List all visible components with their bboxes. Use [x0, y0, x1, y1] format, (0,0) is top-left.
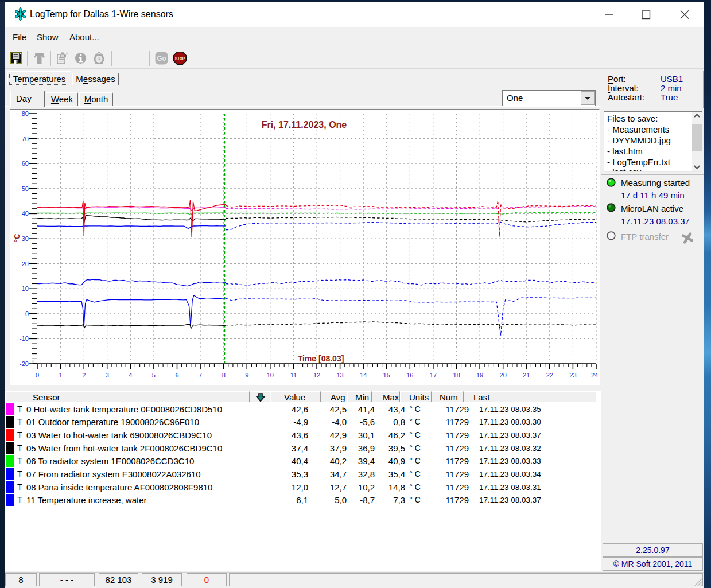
svg-text:19: 19 [476, 372, 483, 379]
svg-text:0: 0 [36, 372, 39, 379]
svg-text:22: 22 [546, 372, 553, 379]
svg-text:1: 1 [59, 372, 63, 379]
svg-text:60: 60 [22, 160, 29, 167]
svg-text:40: 40 [22, 210, 29, 217]
svg-text:8: 8 [222, 372, 226, 379]
svg-text:10: 10 [267, 372, 274, 379]
svg-text:21: 21 [523, 372, 530, 379]
svg-text:Time [08.03]: Time [08.03] [298, 354, 344, 363]
svg-text:18: 18 [453, 372, 460, 379]
svg-text:Fri, 17.11.2023, One: Fri, 17.11.2023, One [262, 120, 347, 130]
svg-text:-20: -20 [20, 360, 29, 367]
svg-text:17: 17 [430, 372, 437, 379]
svg-text:10: 10 [22, 285, 29, 292]
svg-text:°C: °C [13, 233, 21, 242]
svg-text:7: 7 [199, 372, 202, 379]
svg-text:80: 80 [22, 110, 29, 117]
svg-text:20: 20 [500, 372, 507, 379]
svg-text:4: 4 [129, 372, 132, 379]
svg-text:13: 13 [336, 372, 343, 379]
svg-text:9: 9 [245, 372, 248, 379]
svg-text:STOP: STOP [175, 55, 185, 61]
svg-text:11: 11 [290, 372, 297, 379]
svg-text:Go: Go [157, 54, 166, 63]
svg-text:70: 70 [22, 135, 29, 142]
svg-text:6: 6 [175, 372, 178, 379]
svg-text:2: 2 [82, 372, 86, 379]
svg-text:30: 30 [22, 235, 29, 242]
svg-text:50: 50 [22, 185, 29, 192]
svg-text:20: 20 [22, 260, 29, 267]
svg-text:23: 23 [569, 372, 576, 379]
svg-text:15: 15 [383, 372, 390, 379]
svg-text:16: 16 [406, 372, 413, 379]
svg-text:14: 14 [360, 372, 367, 379]
svg-text:5: 5 [152, 372, 156, 379]
svg-text:3: 3 [106, 372, 109, 379]
svg-text:0: 0 [25, 310, 29, 317]
svg-text:-10: -10 [20, 335, 29, 342]
svg-text:12: 12 [313, 372, 320, 379]
svg-text:24: 24 [591, 372, 598, 379]
